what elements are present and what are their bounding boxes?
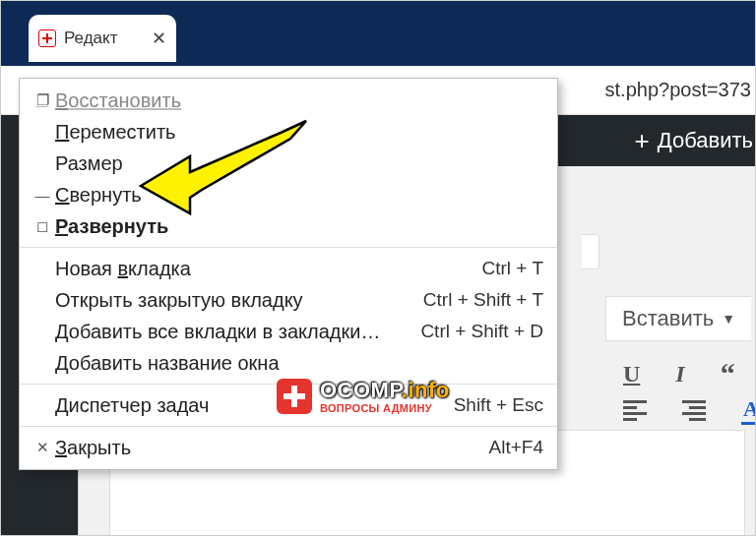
align-left-button[interactable] <box>623 400 647 421</box>
menu-new-tab[interactable]: Новая вкладка Ctrl + T <box>20 253 557 284</box>
menu-window-name[interactable]: Добавить название окна <box>20 347 557 379</box>
menu-close[interactable]: ✕ Закрыть Alt+F4 <box>20 432 557 463</box>
browser-titlebar: Редакт ✕ <box>1 1 755 66</box>
shortcut: Ctrl + T <box>482 258 543 279</box>
menu-separator <box>20 426 557 427</box>
text-color-button[interactable]: A <box>741 396 756 425</box>
plus-icon: + <box>635 128 650 153</box>
tab-close-button[interactable]: ✕ <box>152 28 166 49</box>
menu-move[interactable]: Переместить <box>20 116 557 148</box>
favicon-icon <box>38 30 56 47</box>
editor-toolbar-row1: U I “ <box>623 357 735 390</box>
align-right-button[interactable] <box>682 400 706 421</box>
close-icon: ✕ <box>30 439 55 456</box>
add-new-label: Добавить <box>658 128 753 153</box>
menu-maximize[interactable]: ◻ Развернуть <box>20 210 557 242</box>
underline-button[interactable]: U <box>623 361 640 387</box>
menu-task-manager[interactable]: Диспетчер задач Shift + Esc <box>20 389 557 421</box>
menu-minimize[interactable]: — Свернуть <box>20 179 557 210</box>
quote-button[interactable]: “ <box>721 357 735 390</box>
add-new-button[interactable]: + Добавить <box>635 128 753 153</box>
shortcut: Alt+F4 <box>489 437 543 458</box>
minimize-icon: — <box>30 187 55 204</box>
url-fragment: st.php?post=373 <box>598 79 755 101</box>
restore-icon: ❐ <box>30 91 55 109</box>
shortcut: Ctrl + Shift + T <box>423 289 543 311</box>
menu-separator <box>20 384 557 385</box>
menu-restore: ❐ Восстановить <box>20 85 557 116</box>
editor-toolbar-row2: A <box>623 396 756 425</box>
post-title-input[interactable] <box>582 234 599 269</box>
browser-tab[interactable]: Редакт ✕ <box>29 15 176 62</box>
maximize-icon: ◻ <box>30 217 55 235</box>
chevron-down-icon: ▼ <box>722 311 735 327</box>
italic-button[interactable]: I <box>675 361 684 387</box>
shortcut: Ctrl + Shift + D <box>420 321 543 342</box>
shortcut: Shift + Esc <box>454 394 543 416</box>
menu-separator <box>20 247 557 248</box>
insert-label: Вставить <box>622 306 714 331</box>
insert-dropdown[interactable]: Вставить ▼ <box>605 296 751 341</box>
menu-size[interactable]: Размер <box>20 148 557 179</box>
menu-reopen-tab[interactable]: Открыть закрытую вкладку Ctrl + Shift + … <box>20 284 557 316</box>
tab-title: Редакт <box>64 29 144 48</box>
window-context-menu: ❐ Восстановить Переместить Размер — Свер… <box>19 78 558 470</box>
menu-bookmark-all[interactable]: Добавить все вкладки в закладки… Ctrl + … <box>20 316 557 347</box>
